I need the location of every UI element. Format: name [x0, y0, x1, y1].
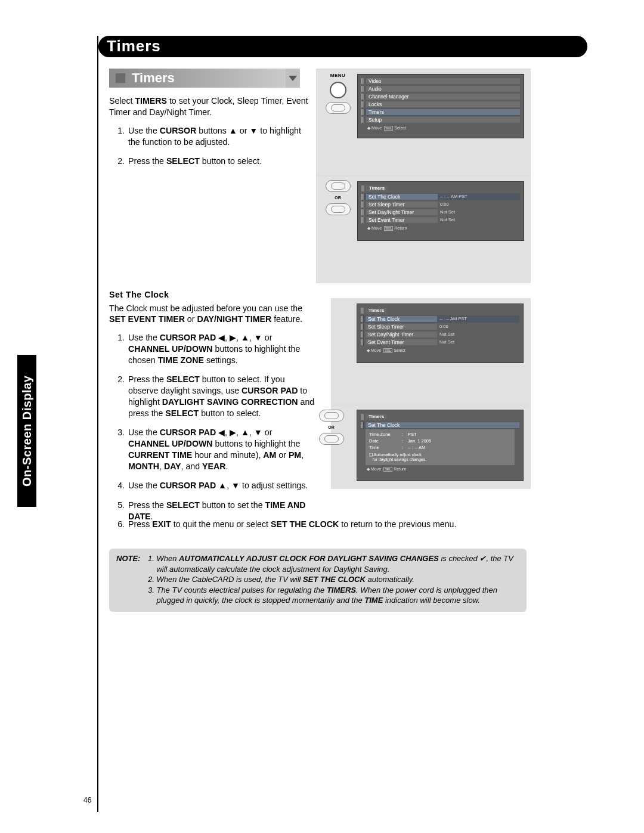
- cursor-button-icon: [319, 410, 344, 422]
- t: Use the: [128, 428, 160, 437]
- step-item: Use the CURSOR PAD ▲, ▼ to adjust settin…: [127, 480, 315, 491]
- t: buttons to highlight the: [213, 439, 301, 448]
- side-tab-label: On-Screen Display: [20, 375, 34, 486]
- up-arrow-icon: ▲: [218, 481, 227, 490]
- osd-value: Not Set: [438, 209, 472, 215]
- t: or: [276, 450, 289, 460]
- osd-label: Set Event Timer: [366, 339, 437, 345]
- osd-label: Set Day/Night Timer: [366, 332, 437, 337]
- down-arrow-icon: ▼: [254, 428, 262, 437]
- osd-value: 0:00: [438, 202, 472, 208]
- subheading: Set The Clock: [109, 289, 315, 301]
- t: CURSOR PAD: [160, 333, 218, 342]
- sel-icon: SEL: [383, 348, 392, 353]
- t: The TV counts electrical pulses for regu…: [156, 586, 326, 594]
- note-head: NOTE:: [116, 553, 140, 606]
- t: CURRENT TIME: [128, 450, 192, 460]
- osd-label: Set The Clock: [366, 422, 519, 428]
- right-arrow-icon: ▶: [230, 428, 236, 437]
- t: feature.: [271, 314, 302, 324]
- t: ,: [159, 462, 164, 471]
- t: button to select.: [199, 408, 261, 418]
- osd-subtitle-row: Set The Clock: [361, 422, 519, 429]
- sel-icon: SEL: [384, 226, 393, 231]
- t: PM: [289, 450, 301, 460]
- osd-row: Audio: [361, 85, 520, 92]
- t: Return: [394, 467, 406, 471]
- sel-icon: SEL: [384, 126, 393, 131]
- osd-footer: ◆ Move SEL Select: [361, 346, 519, 353]
- osd-row: Video: [361, 78, 520, 85]
- osd-row: Channel Manager: [361, 93, 520, 100]
- t: When: [156, 554, 179, 563]
- t: CURSOR PAD: [160, 428, 218, 437]
- remote-icons: OR: [315, 410, 348, 445]
- t: When the CableCARD is used, the TV will: [156, 575, 303, 584]
- step-item: Press EXIT to quit the menu or select SE…: [127, 519, 527, 530]
- t: TIME ZONE: [158, 355, 204, 365]
- osd-value: Not Set: [438, 217, 472, 223]
- osd-row-highlighted: Set The Clock-- : -- AM PST: [361, 193, 520, 200]
- t: Select: [394, 348, 405, 352]
- t: YEAR: [202, 462, 225, 471]
- t: Move: [371, 348, 381, 352]
- page-header-title: Timers: [107, 37, 161, 55]
- t: EXIT: [152, 519, 171, 529]
- t: CURSOR PAD: [160, 481, 218, 490]
- t: to return to the previous menu.: [339, 519, 456, 529]
- osd-label: Video: [366, 78, 520, 84]
- osd-row: Set Day/Night TimerNot Set: [361, 331, 519, 338]
- osd-row-highlighted: Timers: [361, 109, 520, 116]
- t: Press the: [128, 156, 166, 166]
- osd-row: Set Event TimerNot Set: [361, 216, 520, 224]
- osd-footer: ◆ Move SEL Return: [361, 224, 520, 231]
- note-item: The TV counts electrical pulses for regu…: [156, 585, 519, 606]
- osd-row: Setup: [361, 116, 520, 123]
- t: .: [225, 462, 228, 471]
- section-bar-icon: [115, 73, 126, 83]
- section-bar-title: Timers: [132, 70, 175, 86]
- menu-button-icon: [330, 82, 346, 98]
- t: or: [237, 126, 250, 135]
- t: SET THE CLOCK: [271, 519, 339, 529]
- t: Use the: [128, 481, 160, 490]
- t: CHANNEL UP/DOWN: [128, 439, 213, 448]
- page-number: 46: [83, 796, 91, 804]
- osd-label: Set The Clock: [366, 316, 437, 322]
- t: Press: [128, 519, 152, 529]
- osd-note: ❏ Automatically adjust clock for dayligh…: [369, 453, 511, 463]
- t: MONTH: [128, 462, 159, 471]
- osd-panel-4: OR Timers Set The Clock Time Zone:PST Da…: [331, 405, 531, 489]
- osd-footer: ◆ Move SEL Select: [361, 124, 520, 131]
- osd-title-row: Timers: [361, 413, 519, 420]
- osd-footer: ◆ Move SEL Return: [361, 465, 519, 472]
- osd-screen: Video Audio Channel Manager Locks Timers…: [357, 74, 524, 138]
- t: button to select.: [200, 156, 262, 166]
- up-arrow-icon: ▲: [241, 333, 249, 342]
- t: settings.: [204, 355, 238, 365]
- t: Automatically adjust clock: [374, 453, 422, 457]
- osd-title-row: Timers: [361, 185, 520, 192]
- t: CHANNEL UP/DOWN: [128, 344, 213, 354]
- osd-label: Set Event Timer: [366, 217, 438, 223]
- t: buttons: [196, 126, 228, 135]
- k: Time: [369, 445, 402, 450]
- osd-detail-row: Time:-- : -- AM: [369, 445, 511, 450]
- cursor-button-icon: [326, 203, 351, 215]
- down-arrow-icon: ▼: [231, 481, 240, 490]
- t: Move: [371, 467, 381, 471]
- t: The Clock must be adjusted before you ca…: [109, 304, 302, 313]
- osd-value: -- : -- AM PST: [438, 194, 472, 200]
- t: to adjust settings.: [240, 481, 308, 490]
- step-6-wide: Press EXIT to quit the menu or select SE…: [109, 519, 527, 530]
- intro-paragraph: Select TIMERS to set your Clock, Sleep T…: [109, 95, 309, 117]
- t: SELECT: [166, 374, 200, 384]
- t: Move: [371, 226, 382, 230]
- note-item: When AUTOMATICALLY ADJUST CLOCK FOR DAYL…: [156, 553, 519, 574]
- sel-icon: SEL: [383, 467, 392, 472]
- step-item: Use the CURSOR PAD ◀, ▶, ▲, ▼ or CHANNEL…: [127, 332, 315, 366]
- remote-icons: MENU: [321, 73, 354, 114]
- osd-panel-1: MENU Video Audio Channel Manager Locks T…: [316, 69, 531, 176]
- t: Return: [394, 226, 407, 230]
- osd-label: Audio: [366, 86, 520, 92]
